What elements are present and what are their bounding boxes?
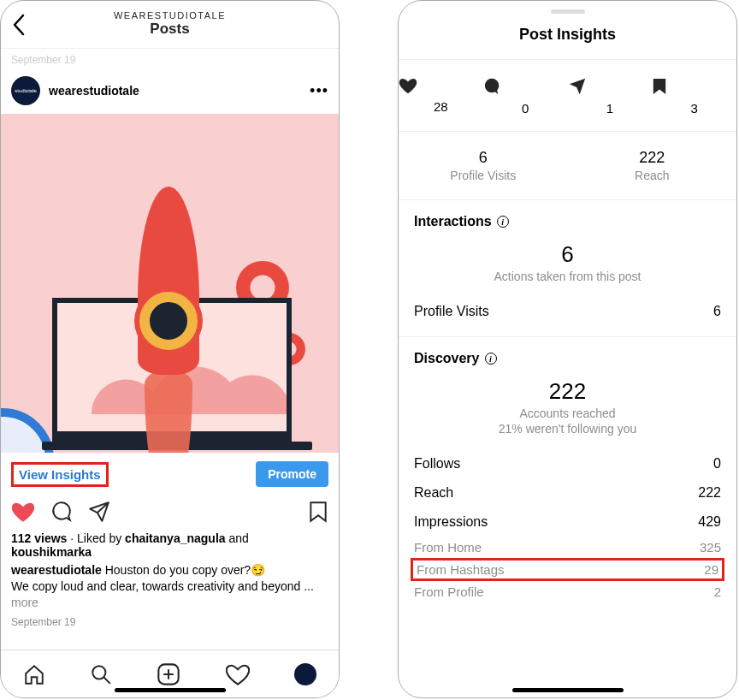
decor-flame bbox=[145, 371, 192, 453]
home-indicator bbox=[512, 688, 624, 692]
insights-title: Post Insights bbox=[399, 14, 736, 60]
posts-header: WEARESTUDIOTALE Posts bbox=[1, 1, 339, 49]
profile-visits-label: Profile Visits bbox=[414, 304, 489, 319]
prev-post-date: September 19 bbox=[1, 49, 339, 68]
profile-visits-col: 6 Profile Visits bbox=[399, 149, 568, 182]
visits-reach-row: 6 Profile Visits 222 Reach bbox=[399, 132, 736, 200]
follows-label: Follows bbox=[414, 456, 460, 472]
from-hashtags-row: From Hashtags 29 bbox=[411, 558, 724, 581]
tab-create-icon[interactable] bbox=[157, 662, 180, 686]
accounts-reached-count: 222 bbox=[414, 378, 721, 405]
info-icon[interactable]: i bbox=[485, 353, 497, 365]
info-icon[interactable]: i bbox=[497, 216, 509, 228]
post-username[interactable]: wearestudiotale bbox=[49, 84, 139, 98]
post-image[interactable] bbox=[1, 114, 339, 453]
interactions-heading: Interactions bbox=[414, 214, 492, 229]
from-home-label: From Home bbox=[414, 540, 482, 555]
post-header: studiotale wearestudiotale ••• bbox=[1, 68, 339, 114]
tab-activity-icon[interactable] bbox=[226, 663, 250, 685]
metric-saves: 3 bbox=[652, 77, 736, 116]
metric-likes: 28 bbox=[399, 77, 483, 116]
metric-comments: 0 bbox=[483, 77, 568, 116]
follows-value: 0 bbox=[713, 456, 721, 472]
discovery-section: Discovery i 222 Accounts reached 21% wer… bbox=[399, 337, 736, 614]
comment-icon[interactable] bbox=[50, 501, 73, 523]
back-icon[interactable] bbox=[11, 13, 27, 37]
tab-search-icon[interactable] bbox=[90, 663, 112, 685]
like-icon[interactable] bbox=[11, 501, 35, 523]
reach-label: Reach bbox=[414, 485, 453, 501]
header-title: Posts bbox=[114, 21, 226, 38]
header-username: WEARESTUDIOTALE bbox=[114, 10, 226, 21]
from-hashtags-label: From Hashtags bbox=[417, 562, 505, 577]
home-indicator bbox=[115, 688, 226, 692]
more-icon[interactable]: ••• bbox=[310, 82, 328, 100]
insights-row: View Insights Promote bbox=[1, 453, 339, 495]
from-home-value: 325 bbox=[700, 540, 721, 555]
svg-line-1 bbox=[104, 677, 111, 684]
phone-right: Post Insights 28 0 1 3 6 Profile Visits … bbox=[398, 0, 737, 698]
profile-visits-value: 6 bbox=[713, 304, 721, 319]
reach-col: 222 Reach bbox=[568, 149, 737, 182]
caption: wearestudiotale Houston do you copy over… bbox=[1, 561, 339, 613]
interactions-section: Interactions i 6 Actions taken from this… bbox=[399, 200, 736, 337]
views-line[interactable]: 112 views · Liked by chaitanya_nagula an… bbox=[1, 528, 339, 561]
save-icon[interactable] bbox=[308, 501, 328, 523]
interactions-count: 6 bbox=[414, 241, 721, 268]
metric-shares: 1 bbox=[568, 77, 653, 116]
from-hashtags-value: 29 bbox=[704, 562, 718, 577]
heart-icon bbox=[399, 77, 483, 94]
bookmark-icon bbox=[652, 77, 736, 96]
from-profile-value: 2 bbox=[714, 584, 721, 599]
action-row bbox=[1, 495, 339, 528]
metrics-row: 28 0 1 3 bbox=[399, 60, 736, 132]
tab-home-icon[interactable] bbox=[23, 663, 45, 685]
tab-profile-icon[interactable] bbox=[294, 663, 316, 685]
impressions-value: 429 bbox=[698, 514, 721, 530]
share-icon bbox=[568, 77, 653, 96]
decor-rocket-window bbox=[139, 292, 198, 350]
caption-username[interactable]: wearestudiotale bbox=[11, 563, 102, 577]
svg-point-0 bbox=[93, 666, 106, 679]
tab-bar bbox=[1, 650, 339, 697]
avatar[interactable]: studiotale bbox=[11, 76, 40, 105]
liker-2: koushikmarka bbox=[11, 545, 92, 559]
comment-icon bbox=[483, 77, 568, 96]
views-count: 112 views bbox=[11, 531, 67, 545]
from-profile-label: From Profile bbox=[414, 584, 484, 599]
promote-button[interactable]: Promote bbox=[256, 461, 328, 487]
impressions-label: Impressions bbox=[414, 514, 488, 530]
emoji: 😏 bbox=[251, 563, 265, 577]
liker-1: chaitanya_nagula bbox=[125, 531, 226, 545]
post-date: September 19 bbox=[1, 613, 339, 628]
more-link[interactable]: more bbox=[11, 596, 38, 609]
phone-left: WEARESTUDIOTALE Posts September 19 studi… bbox=[0, 0, 340, 698]
discovery-heading: Discovery bbox=[414, 351, 480, 366]
view-insights-link[interactable]: View Insights bbox=[11, 462, 109, 487]
reach-value: 222 bbox=[698, 485, 721, 501]
share-icon[interactable] bbox=[88, 501, 110, 523]
